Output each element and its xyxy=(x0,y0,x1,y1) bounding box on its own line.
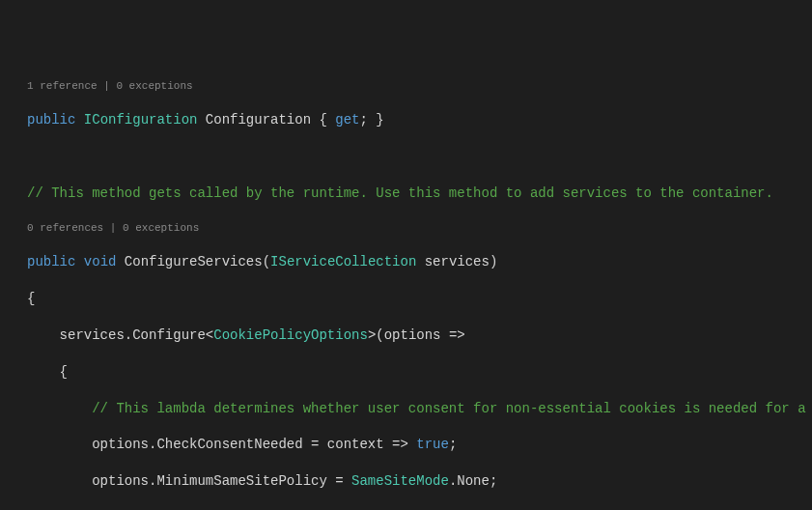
code-line: options.MinimumSameSitePolicy = SameSite… xyxy=(4,472,812,491)
keyword-get: get xyxy=(335,112,359,128)
code-line: public IConfiguration Configuration { ge… xyxy=(4,111,812,129)
comment: // This lambda determines whether user c… xyxy=(27,401,812,416)
type-samesitemode: SameSiteMode xyxy=(351,473,449,489)
brace-open: { xyxy=(27,291,35,306)
codelens-config[interactable]: 1 reference | 0 exceptions xyxy=(4,79,812,94)
code-line: services.Configure<CookiePolicyOptions>(… xyxy=(4,326,812,345)
code-text: >(options => xyxy=(368,327,465,343)
code-text: options.MinimumSameSitePolicy = xyxy=(27,473,351,489)
code-text: ConfigureServices( xyxy=(116,254,270,269)
keyword-public: public xyxy=(27,254,75,269)
brace-open: { xyxy=(27,364,68,380)
code-line: // This method gets called by the runtim… xyxy=(4,184,812,203)
code-line: options.CheckConsentNeeded = context => … xyxy=(4,436,812,454)
comment: // This method gets called by the runtim… xyxy=(27,185,773,201)
keyword-void: void xyxy=(75,254,116,269)
code-line: public void ConfigureServices(IServiceCo… xyxy=(4,253,812,271)
code-text: services.Configure< xyxy=(27,327,213,343)
code-text: ; xyxy=(449,437,457,452)
code-text: options.CheckConsentNeeded = context => xyxy=(27,437,416,452)
type-iconfiguration: IConfiguration xyxy=(75,112,197,128)
code-text: .None; xyxy=(449,473,497,489)
code-line: { xyxy=(4,363,812,382)
keyword-public: public xyxy=(27,112,75,128)
code-text: Configuration { xyxy=(197,112,335,128)
blank-line xyxy=(4,148,812,166)
code-text: ; } xyxy=(360,112,384,128)
code-line: { xyxy=(4,290,812,308)
codelens-configureservices[interactable]: 0 references | 0 exceptions xyxy=(4,221,812,236)
type-iservicecollection: IServiceCollection xyxy=(270,254,416,269)
type-cookiepolicyoptions: CookiePolicyOptions xyxy=(213,327,368,343)
code-text: services) xyxy=(416,254,497,269)
code-line: // This lambda determines whether user c… xyxy=(4,400,812,418)
keyword-true: true xyxy=(416,437,449,452)
